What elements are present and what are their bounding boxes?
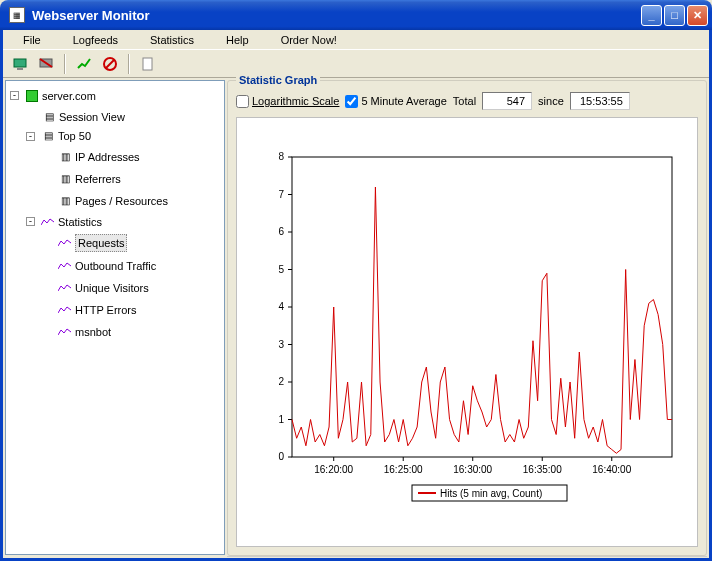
tree-label: Referrers xyxy=(75,171,121,187)
svg-text:4: 4 xyxy=(278,301,284,312)
tree-unique[interactable]: Unique Visitors xyxy=(42,280,149,296)
tree-label: server.com xyxy=(42,88,96,104)
titlebar[interactable]: ▦ Webserver Monitor _ □ ✕ xyxy=(0,0,712,30)
svg-text:16:40:00: 16:40:00 xyxy=(592,464,631,475)
list-icon: ▤ xyxy=(41,129,55,143)
tree-root-server[interactable]: - server.com xyxy=(10,88,96,104)
svg-text:8: 8 xyxy=(278,151,284,162)
fivemin-checkbox[interactable]: 5 Minute Average xyxy=(345,95,446,108)
app-icon: ▦ xyxy=(9,7,25,23)
toolbar-btn-chart-up-icon[interactable] xyxy=(73,53,95,75)
toolbar-separator xyxy=(128,54,130,74)
menu-file[interactable]: File xyxy=(7,32,57,48)
tree-pages[interactable]: ▥Pages / Resources xyxy=(42,193,168,209)
tree-label: Session View xyxy=(59,109,125,125)
menubar: File Logfeeds Statistics Help Order Now! xyxy=(3,30,709,50)
svg-text:0: 0 xyxy=(278,451,284,462)
since-label: since xyxy=(538,95,564,107)
tree-statistics[interactable]: -Statistics xyxy=(26,214,102,230)
toolbar-btn-page-icon[interactable] xyxy=(137,53,159,75)
tree-outbound[interactable]: Outbound Traffic xyxy=(42,258,156,274)
chart-icon xyxy=(58,281,72,295)
menu-logfeeds[interactable]: Logfeeds xyxy=(57,32,134,48)
svg-rect-6 xyxy=(143,58,152,70)
total-label: Total xyxy=(453,95,476,107)
svg-text:1: 1 xyxy=(278,414,284,425)
statistic-graph-panel: Statistic Graph Logarithmic Scale 5 Minu… xyxy=(227,80,707,556)
horizontal-scrollbar[interactable] xyxy=(227,556,707,557)
maximize-button[interactable]: □ xyxy=(664,5,685,26)
menu-help[interactable]: Help xyxy=(210,32,265,48)
tree-label: IP Addresses xyxy=(75,149,140,165)
svg-rect-0 xyxy=(14,59,26,67)
svg-text:16:20:00: 16:20:00 xyxy=(314,464,353,475)
toolbar-btn-monitor-icon[interactable] xyxy=(9,53,31,75)
svg-line-5 xyxy=(106,60,114,68)
window-title: Webserver Monitor xyxy=(32,8,641,23)
collapse-icon[interactable]: - xyxy=(26,132,35,141)
total-value: 547 xyxy=(482,92,532,110)
logscale-checkbox[interactable]: Logarithmic Scale xyxy=(236,95,339,108)
svg-text:16:35:00: 16:35:00 xyxy=(523,464,562,475)
page-icon: ▥ xyxy=(58,194,72,208)
panel-title: Statistic Graph xyxy=(236,74,320,86)
tree-errors[interactable]: HTTP Errors xyxy=(42,302,137,318)
svg-text:2: 2 xyxy=(278,376,284,387)
since-value: 15:53:55 xyxy=(570,92,630,110)
tree-label: Statistics xyxy=(58,214,102,230)
tree-label: Outbound Traffic xyxy=(75,258,156,274)
tree-ip[interactable]: ▥IP Addresses xyxy=(42,149,140,165)
svg-rect-1 xyxy=(17,68,23,70)
chart-icon xyxy=(58,236,72,250)
toolbar xyxy=(3,50,709,78)
tree-label: msnbot xyxy=(75,324,111,340)
svg-text:7: 7 xyxy=(278,189,284,200)
page-icon: ▤ xyxy=(42,110,56,124)
collapse-icon[interactable]: - xyxy=(26,217,35,226)
menu-order[interactable]: Order Now! xyxy=(265,32,353,48)
minimize-button[interactable]: _ xyxy=(641,5,662,26)
tree-msnbot[interactable]: msnbot xyxy=(42,324,111,340)
line-chart: 01234567816:20:0016:25:0016:30:0016:35:0… xyxy=(247,138,687,536)
svg-text:16:25:00: 16:25:00 xyxy=(384,464,423,475)
chart-area: 01234567816:20:0016:25:0016:30:0016:35:0… xyxy=(236,117,698,547)
tree-top50[interactable]: -▤Top 50 xyxy=(26,128,91,144)
svg-text:3: 3 xyxy=(278,339,284,350)
tree-label: Top 50 xyxy=(58,128,91,144)
tree-label: HTTP Errors xyxy=(75,302,137,318)
svg-text:5: 5 xyxy=(278,264,284,275)
tree-label: Pages / Resources xyxy=(75,193,168,209)
chart-icon xyxy=(58,325,72,339)
menu-statistics[interactable]: Statistics xyxy=(134,32,210,48)
collapse-icon[interactable]: - xyxy=(10,91,19,100)
svg-text:6: 6 xyxy=(278,226,284,237)
svg-text:Hits (5 min avg, Count): Hits (5 min avg, Count) xyxy=(440,488,542,499)
tree-requests[interactable]: Requests xyxy=(42,234,127,252)
toolbar-btn-clear-icon[interactable] xyxy=(99,53,121,75)
page-icon: ▥ xyxy=(58,172,72,186)
server-icon xyxy=(25,89,39,103)
chart-icon xyxy=(58,259,72,273)
tree-session-view[interactable]: ▤Session View xyxy=(26,109,125,125)
page-icon: ▥ xyxy=(58,150,72,164)
tree-label: Requests xyxy=(75,234,127,252)
tree-referrers[interactable]: ▥Referrers xyxy=(42,171,121,187)
chart-icon xyxy=(58,303,72,317)
close-button[interactable]: ✕ xyxy=(687,5,708,26)
chart-icon xyxy=(41,215,55,229)
tree-pane[interactable]: - server.com ▤Session View -▤Top 50 ▥IP … xyxy=(5,80,225,555)
svg-text:16:30:00: 16:30:00 xyxy=(453,464,492,475)
toolbar-btn-stop-icon[interactable] xyxy=(35,53,57,75)
toolbar-separator xyxy=(64,54,66,74)
tree-label: Unique Visitors xyxy=(75,280,149,296)
